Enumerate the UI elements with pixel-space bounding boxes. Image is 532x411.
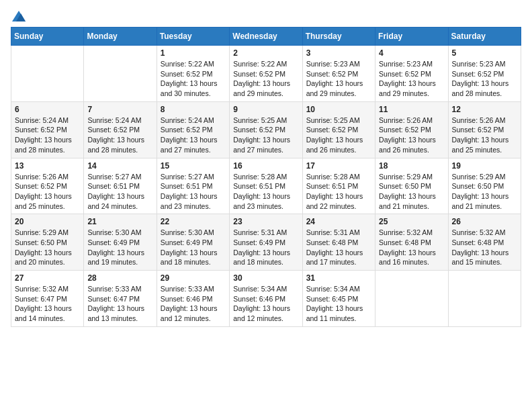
- calendar-table: SundayMondayTuesdayWednesdayThursdayFrid…: [11, 27, 521, 327]
- calendar-cell: 22Sunrise: 5:30 AM Sunset: 6:49 PM Dayli…: [157, 214, 229, 271]
- calendar-header-thursday: Thursday: [302, 28, 375, 46]
- day-info: Sunrise: 5:26 AM Sunset: 6:52 PM Dayligh…: [452, 116, 517, 155]
- calendar-header-monday: Monday: [84, 28, 157, 46]
- calendar-header-sunday: Sunday: [11, 28, 84, 46]
- day-info: Sunrise: 5:29 AM Sunset: 6:50 PM Dayligh…: [452, 172, 517, 212]
- day-number: 21: [87, 217, 152, 226]
- calendar-week-row: 1Sunrise: 5:22 AM Sunset: 6:52 PM Daylig…: [11, 46, 521, 102]
- calendar-cell: 1Sunrise: 5:22 AM Sunset: 6:52 PM Daylig…: [157, 46, 229, 102]
- logo: [11, 11, 26, 20]
- day-info: Sunrise: 5:33 AM Sunset: 6:47 PM Dayligh…: [87, 284, 152, 324]
- calendar-header-wednesday: Wednesday: [230, 28, 302, 46]
- calendar-cell: 21Sunrise: 5:30 AM Sunset: 6:49 PM Dayli…: [84, 214, 157, 271]
- calendar-cell: 31Sunrise: 5:34 AM Sunset: 6:45 PM Dayli…: [302, 271, 375, 327]
- day-number: 13: [15, 161, 80, 171]
- calendar-cell: 20Sunrise: 5:29 AM Sunset: 6:50 PM Dayli…: [11, 214, 84, 271]
- calendar-cell: 2Sunrise: 5:22 AM Sunset: 6:52 PM Daylig…: [230, 46, 302, 102]
- calendar-cell: 3Sunrise: 5:23 AM Sunset: 6:52 PM Daylig…: [302, 46, 375, 102]
- day-info: Sunrise: 5:31 AM Sunset: 6:49 PM Dayligh…: [233, 228, 298, 267]
- day-info: Sunrise: 5:27 AM Sunset: 6:51 PM Dayligh…: [87, 172, 152, 212]
- day-number: 19: [452, 161, 517, 171]
- day-number: 3: [306, 48, 371, 58]
- calendar-cell: 4Sunrise: 5:23 AM Sunset: 6:52 PM Daylig…: [375, 46, 448, 102]
- day-number: 28: [87, 273, 152, 283]
- day-number: 15: [161, 161, 226, 171]
- day-info: Sunrise: 5:26 AM Sunset: 6:52 PM Dayligh…: [15, 172, 80, 212]
- day-number: 5: [452, 48, 517, 58]
- calendar-header-row: SundayMondayTuesdayWednesdayThursdayFrid…: [11, 28, 521, 46]
- calendar-week-row: 27Sunrise: 5:32 AM Sunset: 6:47 PM Dayli…: [11, 271, 521, 327]
- calendar-cell: 19Sunrise: 5:29 AM Sunset: 6:50 PM Dayli…: [448, 158, 521, 214]
- day-info: Sunrise: 5:33 AM Sunset: 6:46 PM Dayligh…: [161, 284, 226, 324]
- calendar-cell: 13Sunrise: 5:26 AM Sunset: 6:52 PM Dayli…: [11, 158, 84, 214]
- day-info: Sunrise: 5:22 AM Sunset: 6:52 PM Dayligh…: [161, 59, 226, 99]
- calendar-cell: 7Sunrise: 5:24 AM Sunset: 6:52 PM Daylig…: [84, 101, 157, 158]
- day-info: Sunrise: 5:27 AM Sunset: 6:51 PM Dayligh…: [161, 172, 226, 212]
- day-info: Sunrise: 5:23 AM Sunset: 6:52 PM Dayligh…: [379, 59, 444, 99]
- day-number: 9: [233, 105, 298, 114]
- calendar-cell: [11, 46, 84, 102]
- day-number: 4: [379, 48, 444, 58]
- day-info: Sunrise: 5:24 AM Sunset: 6:52 PM Dayligh…: [161, 116, 226, 155]
- day-number: 18: [379, 161, 444, 171]
- calendar-cell: [84, 46, 157, 102]
- day-number: 20: [15, 217, 80, 226]
- day-number: 14: [87, 161, 152, 171]
- calendar-cell: 15Sunrise: 5:27 AM Sunset: 6:51 PM Dayli…: [157, 158, 229, 214]
- day-info: Sunrise: 5:32 AM Sunset: 6:48 PM Dayligh…: [379, 228, 444, 267]
- day-number: 8: [161, 105, 226, 114]
- day-info: Sunrise: 5:24 AM Sunset: 6:52 PM Dayligh…: [87, 116, 152, 155]
- calendar-cell: 9Sunrise: 5:25 AM Sunset: 6:52 PM Daylig…: [230, 101, 302, 158]
- day-number: 16: [233, 161, 298, 171]
- day-info: Sunrise: 5:32 AM Sunset: 6:48 PM Dayligh…: [452, 228, 517, 267]
- day-info: Sunrise: 5:23 AM Sunset: 6:52 PM Dayligh…: [306, 59, 371, 99]
- calendar-cell: [448, 271, 521, 327]
- day-number: 6: [15, 105, 80, 114]
- day-info: Sunrise: 5:29 AM Sunset: 6:50 PM Dayligh…: [379, 172, 444, 212]
- day-number: 1: [161, 48, 226, 58]
- page-header: [11, 11, 521, 20]
- day-number: 31: [306, 273, 371, 283]
- calendar-week-row: 6Sunrise: 5:24 AM Sunset: 6:52 PM Daylig…: [11, 101, 521, 158]
- day-info: Sunrise: 5:31 AM Sunset: 6:48 PM Dayligh…: [306, 228, 371, 267]
- calendar-header-friday: Friday: [375, 28, 448, 46]
- calendar-cell: 23Sunrise: 5:31 AM Sunset: 6:49 PM Dayli…: [230, 214, 302, 271]
- day-info: Sunrise: 5:30 AM Sunset: 6:49 PM Dayligh…: [161, 228, 226, 267]
- day-number: 30: [233, 273, 298, 283]
- logo-icon: [12, 11, 26, 21]
- day-info: Sunrise: 5:28 AM Sunset: 6:51 PM Dayligh…: [233, 172, 298, 212]
- calendar-cell: 6Sunrise: 5:24 AM Sunset: 6:52 PM Daylig…: [11, 101, 84, 158]
- day-number: 26: [452, 217, 517, 226]
- calendar-cell: 16Sunrise: 5:28 AM Sunset: 6:51 PM Dayli…: [230, 158, 302, 214]
- day-info: Sunrise: 5:22 AM Sunset: 6:52 PM Dayligh…: [233, 59, 298, 99]
- day-number: 2: [233, 48, 298, 58]
- calendar-cell: 25Sunrise: 5:32 AM Sunset: 6:48 PM Dayli…: [375, 214, 448, 271]
- calendar-cell: 12Sunrise: 5:26 AM Sunset: 6:52 PM Dayli…: [448, 101, 521, 158]
- calendar-header-saturday: Saturday: [448, 28, 521, 46]
- calendar-cell: 10Sunrise: 5:25 AM Sunset: 6:52 PM Dayli…: [302, 101, 375, 158]
- calendar-cell: 18Sunrise: 5:29 AM Sunset: 6:50 PM Dayli…: [375, 158, 448, 214]
- calendar-cell: 17Sunrise: 5:28 AM Sunset: 6:51 PM Dayli…: [302, 158, 375, 214]
- calendar-cell: 28Sunrise: 5:33 AM Sunset: 6:47 PM Dayli…: [84, 271, 157, 327]
- day-number: 17: [306, 161, 371, 171]
- calendar-cell: 11Sunrise: 5:26 AM Sunset: 6:52 PM Dayli…: [375, 101, 448, 158]
- calendar-week-row: 13Sunrise: 5:26 AM Sunset: 6:52 PM Dayli…: [11, 158, 521, 214]
- day-number: 10: [306, 105, 371, 114]
- calendar-cell: 14Sunrise: 5:27 AM Sunset: 6:51 PM Dayli…: [84, 158, 157, 214]
- calendar-cell: 27Sunrise: 5:32 AM Sunset: 6:47 PM Dayli…: [11, 271, 84, 327]
- day-number: 24: [306, 217, 371, 226]
- calendar-cell: 8Sunrise: 5:24 AM Sunset: 6:52 PM Daylig…: [157, 101, 229, 158]
- day-info: Sunrise: 5:32 AM Sunset: 6:47 PM Dayligh…: [15, 284, 80, 324]
- day-info: Sunrise: 5:30 AM Sunset: 6:49 PM Dayligh…: [87, 228, 152, 267]
- day-info: Sunrise: 5:24 AM Sunset: 6:52 PM Dayligh…: [15, 116, 80, 155]
- day-info: Sunrise: 5:26 AM Sunset: 6:52 PM Dayligh…: [379, 116, 444, 155]
- calendar-header-tuesday: Tuesday: [157, 28, 229, 46]
- calendar-cell: 29Sunrise: 5:33 AM Sunset: 6:46 PM Dayli…: [157, 271, 229, 327]
- calendar-week-row: 20Sunrise: 5:29 AM Sunset: 6:50 PM Dayli…: [11, 214, 521, 271]
- day-number: 23: [233, 217, 298, 226]
- calendar-cell: 26Sunrise: 5:32 AM Sunset: 6:48 PM Dayli…: [448, 214, 521, 271]
- day-info: Sunrise: 5:25 AM Sunset: 6:52 PM Dayligh…: [306, 116, 371, 155]
- day-info: Sunrise: 5:34 AM Sunset: 6:45 PM Dayligh…: [306, 284, 371, 324]
- calendar-cell: 5Sunrise: 5:23 AM Sunset: 6:52 PM Daylig…: [448, 46, 521, 102]
- calendar-cell: 30Sunrise: 5:34 AM Sunset: 6:46 PM Dayli…: [230, 271, 302, 327]
